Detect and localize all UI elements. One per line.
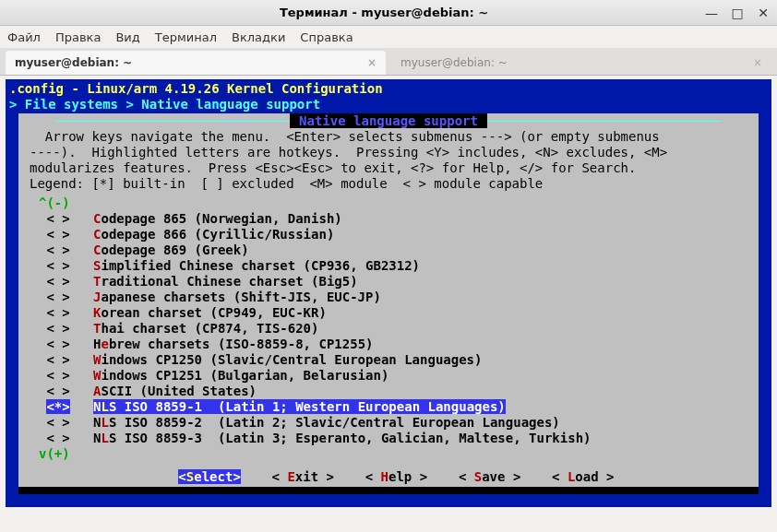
dialog-button[interactable]: < Save > — [459, 469, 520, 484]
option-item[interactable]: <*> NLS ISO 8859-1 (Latin 1; Western Eur… — [39, 399, 738, 415]
scroll-down-indicator: v(+) — [39, 446, 738, 462]
option-item[interactable]: < > Windows CP1250 (Slavic/Central Europ… — [39, 352, 738, 368]
menu-help[interactable]: Справка — [300, 30, 353, 44]
dialog-buttons: <Select> < Exit > < Help > < Save > < Lo… — [18, 466, 759, 487]
option-item[interactable]: < > Codepage 865 (Norwegian, Danish) — [39, 211, 738, 227]
option-item[interactable]: < > Traditional Chinese charset (Big5) — [39, 274, 738, 290]
option-item[interactable]: < > Simplified Chinese charset (CP936, G… — [39, 258, 738, 274]
options-list: ^(-) < > Codepage 865 (Norwegian, Danish… — [18, 195, 759, 466]
menu-edit[interactable]: Правка — [55, 30, 101, 44]
tab-1[interactable]: myuser@debian: ~ × — [6, 51, 386, 75]
menu-view[interactable]: Вид — [115, 30, 139, 44]
menubar: Файл Правка Вид Терминал Вкладки Справка — [0, 26, 777, 48]
menu-tabs[interactable]: Вкладки — [232, 30, 285, 44]
scroll-up-indicator: ^(-) — [39, 195, 738, 211]
breadcrumb: > File systems > Native language support — [9, 97, 768, 112]
terminal-viewport: .config - Linux/arm 4.19.26 Kernel Confi… — [6, 79, 771, 507]
window-titlebar: Терминал - myuser@debian: ~ — □ ✕ — [0, 0, 777, 26]
close-tab-icon[interactable]: × — [367, 56, 377, 69]
dialog-button[interactable]: <Select> — [178, 469, 240, 484]
tabbar: myuser@debian: ~ × myuser@debian: ~ × — [0, 48, 777, 76]
minimize-icon[interactable]: — — [705, 6, 718, 19]
option-item[interactable]: < > Codepage 869 (Greek) — [39, 242, 738, 258]
option-item[interactable]: < > Windows CP1251 (Bulgarian, Belarusia… — [39, 368, 738, 384]
dialog-button[interactable]: < Exit > — [272, 469, 334, 484]
option-item[interactable]: < > NLS ISO 8859-2 (Latin 2; Slavic/Cent… — [39, 415, 738, 431]
option-item[interactable]: < > Japanese charsets (Shift-JIS, EUC-JP… — [39, 290, 738, 305]
menuconfig-dialog: ────────────────────────────── Native la… — [18, 113, 759, 494]
dialog-title: ────────────────────────────── Native la… — [18, 113, 759, 129]
close-tab-icon[interactable]: × — [753, 56, 762, 69]
option-item[interactable]: < > Korean charset (CP949, EUC-KR) — [39, 305, 738, 321]
option-item[interactable]: < > Thai charset (CP874, TIS-620) — [39, 321, 738, 337]
close-icon[interactable]: ✕ — [757, 6, 770, 19]
maximize-icon[interactable]: □ — [731, 6, 744, 19]
menu-terminal[interactable]: Терминал — [155, 30, 217, 44]
tab-label: myuser@debian: ~ — [15, 56, 132, 69]
option-item[interactable]: < > ASCII (United States) — [39, 384, 738, 399]
dialog-help-text: Arrow keys navigate the menu. <Enter> se… — [18, 129, 759, 195]
option-item[interactable]: < > Hebrew charsets (ISO-8859-8, CP1255) — [39, 337, 738, 352]
option-item[interactable]: < > NLS ISO 8859-3 (Latin 3; Esperanto, … — [39, 431, 738, 446]
window-title: Терминал - myuser@debian: ~ — [63, 6, 705, 19]
dialog-button[interactable]: < Load > — [552, 469, 614, 484]
menu-file[interactable]: Файл — [7, 30, 41, 44]
config-header: .config - Linux/arm 4.19.26 Kernel Confi… — [9, 81, 768, 97]
tab-2[interactable]: myuser@debian: ~ × — [391, 51, 771, 75]
tab-label: myuser@debian: ~ — [400, 56, 508, 69]
dialog-button[interactable]: < Help > — [365, 469, 427, 484]
option-item[interactable]: < > Codepage 866 (Cyrillic/Russian) — [39, 227, 738, 242]
